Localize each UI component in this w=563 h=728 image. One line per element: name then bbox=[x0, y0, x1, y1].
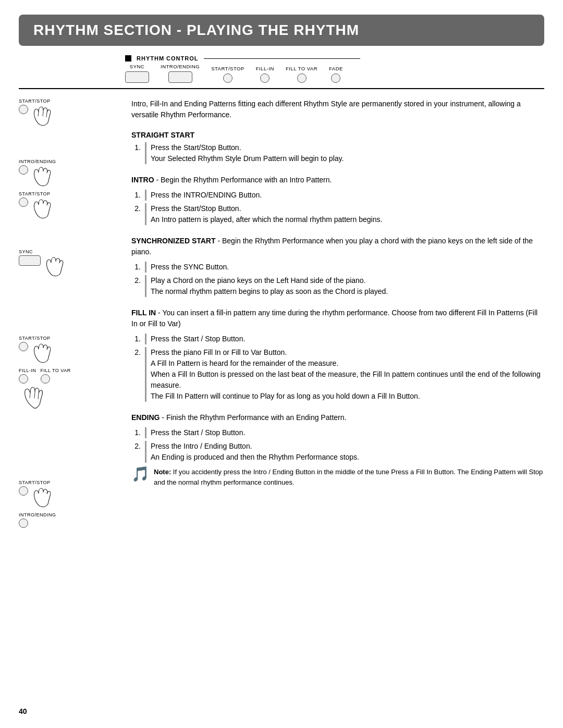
list-bar bbox=[145, 275, 146, 297]
fade-label: FADE bbox=[329, 66, 343, 71]
hand-icon-6 bbox=[19, 385, 55, 411]
left-panel-intro: INTRO/ENDING START/STOP bbox=[19, 159, 123, 220]
intro-paragraph: Intro, Fill-In and Ending Patterns fitti… bbox=[131, 98, 544, 120]
intro-ending-label: INTRO/ENDING bbox=[161, 64, 200, 69]
list-item: 1. Press the Start / Stop Button. bbox=[131, 427, 544, 438]
intro-ending-label-left-2: INTRO/ENDING bbox=[19, 512, 123, 517]
intro-ending-btn-left[interactable] bbox=[19, 519, 28, 528]
start-stop-label-1: START/STOP bbox=[19, 98, 123, 104]
list-item: 1. Press the INTRO/ENDING Button. bbox=[131, 190, 544, 201]
start-stop-label-4: START/STOP bbox=[19, 480, 123, 485]
sync-button-col: SYNC bbox=[125, 64, 149, 83]
fill-to-var-label-left: FILL TO VAR bbox=[41, 368, 71, 373]
intro-ending-label-left: INTRO/ENDING bbox=[19, 159, 123, 164]
ending-prefix: ENDING bbox=[131, 413, 160, 422]
control-panel-title-row: RHYTHM CONTROL bbox=[125, 55, 544, 61]
start-stop-btn[interactable] bbox=[223, 73, 232, 83]
intro-ending-btn[interactable] bbox=[168, 71, 192, 83]
page-number: 40 bbox=[19, 707, 27, 715]
fill-in-prefix: FILL IN bbox=[131, 309, 156, 317]
sync-btn-left[interactable] bbox=[19, 255, 41, 266]
note-box: 🎵 Note: If you accidently press the Intr… bbox=[131, 467, 544, 487]
hand-icon-2 bbox=[30, 165, 57, 188]
fill-in-label-left: FILL-IN bbox=[19, 368, 36, 373]
hand-icon-1 bbox=[30, 105, 57, 128]
intro-description: - Begin the Rhythm Performance with an I… bbox=[156, 176, 332, 184]
fill-in-btn[interactable] bbox=[260, 73, 270, 83]
list-item: 1. Press the SYNC Button. bbox=[131, 262, 544, 273]
straight-start-title: STRAIGHT START bbox=[131, 131, 544, 139]
fill-to-var-label: FILL TO VAR bbox=[286, 66, 317, 71]
ending-section: ENDING - Finish the Rhythm Performance w… bbox=[131, 412, 544, 487]
fill-to-var-btn[interactable] bbox=[297, 73, 307, 83]
fill-in-btn-left[interactable] bbox=[19, 374, 28, 384]
fill-to-var-button-col: FILL TO VAR bbox=[286, 66, 317, 83]
control-panel-label: RHYTHM CONTROL bbox=[137, 55, 199, 61]
start-stop-button-col: START/STOP bbox=[211, 66, 244, 83]
right-content: Intro, Fill-In and Ending Patterns fitti… bbox=[123, 89, 544, 538]
sync-label-left: SYNC bbox=[19, 249, 123, 254]
list-bar bbox=[145, 347, 146, 402]
left-panel-straight-start: START/STOP bbox=[19, 98, 123, 128]
main-content: START/STOP INTRO/ENDING bbox=[19, 89, 544, 538]
fill-in-button-col: FILL-IN bbox=[256, 66, 274, 83]
list-item: 2. Press the piano Fill In or Fill to Va… bbox=[131, 347, 544, 402]
ending-description: - Finish the Rhythm Performance with an … bbox=[162, 413, 346, 422]
ss-btn-1[interactable] bbox=[19, 105, 28, 114]
fill-in-label: FILL-IN bbox=[256, 66, 274, 71]
sync-list: 1. Press the SYNC Button. 2. Play a Chor… bbox=[131, 262, 544, 297]
list-item: 2. Play a Chord on the piano keys on the… bbox=[131, 275, 544, 297]
list-bar bbox=[145, 427, 146, 438]
sync-prefix: SYNCHRONIZED START bbox=[131, 237, 216, 245]
list-item: 1. Press the Start/Stop Button. Your Sel… bbox=[131, 142, 544, 164]
fill-in-description: - You can insert a fill-in pattern any t… bbox=[131, 309, 537, 328]
ss-btn-3[interactable] bbox=[19, 342, 28, 351]
hand-icon-4 bbox=[43, 255, 70, 278]
square-icon bbox=[125, 55, 131, 61]
start-stop-label: START/STOP bbox=[211, 66, 244, 71]
list-item: 1. Press the Start / Stop Button. bbox=[131, 334, 544, 344]
list-bar bbox=[145, 142, 146, 164]
ss-btn-2[interactable] bbox=[19, 198, 28, 207]
start-stop-label-2: START/STOP bbox=[19, 191, 123, 196]
list-bar bbox=[145, 262, 146, 273]
hand-icon-7 bbox=[30, 486, 57, 509]
intro-btn-1[interactable] bbox=[19, 165, 28, 175]
hand-icon-5 bbox=[30, 342, 57, 365]
straight-start-section: STRAIGHT START 1. Press the Start/Stop B… bbox=[131, 131, 544, 164]
intro-list: 1. Press the INTRO/ENDING Button. 2. Pre… bbox=[131, 190, 544, 225]
sync-label: SYNC bbox=[130, 64, 144, 69]
left-illustrations: START/STOP INTRO/ENDING bbox=[19, 89, 123, 538]
control-panel-line bbox=[204, 58, 360, 59]
hand-icon-3 bbox=[30, 198, 57, 220]
ending-list: 1. Press the Start / Stop Button. 2. Pre… bbox=[131, 427, 544, 463]
left-panel-ending: START/STOP INTRO/ENDING bbox=[19, 480, 123, 528]
intro-prefix: INTRO bbox=[131, 176, 154, 184]
control-panel-buttons: SYNC INTRO/ENDING START/STOP FILL-IN FIL… bbox=[125, 64, 544, 83]
sync-btn[interactable] bbox=[125, 71, 149, 83]
list-bar bbox=[145, 190, 146, 201]
left-panel-sync: SYNC bbox=[19, 249, 123, 278]
list-item: 2. Press the Intro / Ending Button. An E… bbox=[131, 441, 544, 463]
note-creature-icon: 🎵 bbox=[131, 467, 150, 487]
fade-button-col: FADE bbox=[329, 66, 343, 83]
note-text: Note: If you accidently press the Intro … bbox=[154, 467, 544, 487]
list-bar bbox=[145, 203, 146, 225]
page-title: RHYTHM SECTION - PLAYING THE RHYTHM bbox=[33, 22, 530, 39]
page-header: RHYTHM SECTION - PLAYING THE RHYTHM bbox=[19, 15, 544, 46]
list-item: 2. Press the Start/Stop Button. An Intro… bbox=[131, 203, 544, 225]
straight-start-list: 1. Press the Start/Stop Button. Your Sel… bbox=[131, 142, 544, 164]
synchronized-section: SYNCHRONIZED START - Begin the Rhythm Pe… bbox=[131, 236, 544, 297]
left-panel-fill-in: START/STOP FILL-IN FILL TO VAR bbox=[19, 336, 123, 412]
control-panel-section: RHYTHM CONTROL SYNC INTRO/ENDING START/S… bbox=[125, 55, 544, 88]
list-bar bbox=[145, 441, 146, 463]
fill-in-list: 1. Press the Start / Stop Button. 2. Pre… bbox=[131, 334, 544, 402]
ss-btn-4[interactable] bbox=[19, 486, 28, 496]
intro-ending-button-col: INTRO/ENDING bbox=[161, 64, 200, 83]
intro-section: INTRO - Begin the Rhythm Performance wit… bbox=[131, 175, 544, 225]
fill-in-section: FILL IN - You can insert a fill-in patte… bbox=[131, 307, 544, 402]
fade-btn[interactable] bbox=[331, 73, 340, 83]
list-bar bbox=[145, 334, 146, 344]
fill-to-var-btn-left[interactable] bbox=[41, 374, 50, 384]
start-stop-label-3: START/STOP bbox=[19, 336, 123, 341]
